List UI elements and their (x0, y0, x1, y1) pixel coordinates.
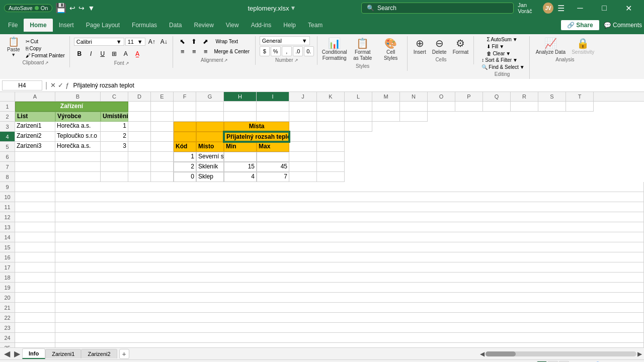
sheet-tab-zarizeni1[interactable]: Zarizeni1 (45, 349, 81, 358)
row-24[interactable]: 24 (0, 333, 15, 343)
clipboard-expand-icon[interactable]: ↗ (45, 60, 49, 65)
cell-k6[interactable] (317, 152, 345, 162)
row-6[interactable]: 6 (0, 152, 15, 162)
fill-button[interactable]: ⬇ Fill ▼ (485, 43, 519, 50)
col-header-c[interactable]: C (101, 92, 128, 101)
undo-icon[interactable]: ↩ (69, 4, 75, 12)
cell-g6[interactable]: Severní stěna domu (196, 152, 224, 162)
cell-i8[interactable]: 7 (257, 172, 289, 182)
currency-button[interactable]: $ (260, 46, 270, 56)
cancel-formula-icon[interactable]: ✕ (50, 81, 56, 89)
cell-j4[interactable] (289, 132, 317, 142)
merge-center-button[interactable]: Merge & Center (212, 46, 252, 56)
cell-styles-button[interactable]: 🎨 Cell Styles (378, 36, 404, 62)
col-header-s[interactable]: S (538, 92, 566, 101)
cell-n2[interactable] (400, 112, 428, 122)
row-23[interactable]: 23 (0, 323, 15, 333)
cell-p1[interactable] (455, 102, 483, 112)
user-avatar[interactable]: JV (543, 3, 553, 14)
cell-a8[interactable] (15, 172, 55, 182)
cell-r1[interactable] (511, 102, 538, 112)
cell-f8[interactable]: 0 (174, 172, 196, 182)
cell-f4[interactable] (174, 132, 196, 142)
cell-c2[interactable]: Umístění (101, 112, 128, 122)
sheet-tab-zarizeni2[interactable]: Zarizeni2 (81, 349, 117, 358)
format-button[interactable]: ⚙ Format (451, 36, 471, 56)
cell-d8[interactable] (128, 172, 151, 182)
cell-c5[interactable]: 3 (101, 142, 128, 152)
increase-decimal-button[interactable]: .0 (293, 46, 303, 56)
ribbon-toggle-icon[interactable]: ☰ (557, 4, 565, 13)
row-8[interactable]: 8 (0, 172, 15, 182)
formula-input[interactable] (71, 81, 642, 90)
cell-n1[interactable] (400, 102, 428, 112)
cell-c6[interactable] (101, 152, 128, 162)
cell-b5[interactable]: Horečka a.s. (55, 142, 101, 152)
cell-s1[interactable] (538, 102, 566, 112)
row-20[interactable]: 20 (0, 293, 15, 303)
scroll-tabs-right-icon[interactable]: ▶ (12, 349, 22, 358)
font-color-button[interactable]: A̲ (132, 48, 143, 59)
number-format-selector[interactable]: General▼ (260, 36, 310, 45)
row-18[interactable]: 18 (0, 273, 15, 283)
cell-j6[interactable] (289, 152, 317, 162)
cell-k4[interactable] (317, 132, 345, 142)
autosum-button[interactable]: Σ AutoSum ▼ (485, 36, 519, 43)
cell-d7[interactable] (128, 162, 151, 172)
cell-e8[interactable] (151, 172, 174, 182)
format-painter-button[interactable]: 🖌 Format Painter (24, 52, 66, 59)
cell-q1[interactable] (483, 102, 511, 112)
insert-function-icon[interactable]: ƒ (65, 81, 69, 89)
col-header-o[interactable]: O (428, 92, 455, 101)
row-25[interactable]: 25 (0, 343, 15, 347)
cell-k7[interactable] (317, 162, 345, 172)
paste-button[interactable]: 📋 Paste ▼ (5, 36, 22, 58)
sensitivity-button[interactable]: 🔒 Sensitivity (570, 36, 596, 56)
cell-e3[interactable] (151, 122, 174, 132)
tab-view[interactable]: View (220, 19, 245, 32)
col-header-p[interactable]: P (455, 92, 483, 101)
cell-a5[interactable]: Zarizeni3 (15, 142, 55, 152)
cell-d6[interactable] (128, 152, 151, 162)
col-header-e[interactable]: E (151, 92, 174, 101)
col-header-i[interactable]: I (257, 92, 289, 101)
delete-button[interactable]: ⊖ Delete (430, 36, 449, 56)
row-7[interactable]: 7 (0, 162, 15, 172)
customize-icon[interactable]: ▼ (88, 4, 95, 12)
cell-a1[interactable]: Zařízení (15, 102, 128, 112)
cell-h3[interactable]: Místa (224, 122, 289, 132)
tab-help[interactable]: Help (277, 19, 302, 32)
insert-button[interactable]: ⊕ Insert (412, 36, 428, 56)
row-17[interactable]: 17 (0, 262, 15, 273)
cell-f1[interactable] (174, 102, 196, 112)
tab-insert[interactable]: Insert (53, 19, 80, 32)
bold-button[interactable]: B (74, 48, 85, 59)
cell-b2[interactable]: Výrobce (55, 112, 101, 122)
cell-d4[interactable] (128, 132, 151, 142)
cell-j8[interactable] (289, 172, 317, 182)
row-19[interactable]: 19 (0, 283, 15, 293)
autosave-badge[interactable]: AutoSave On (4, 4, 52, 12)
cell-k1[interactable] (317, 102, 345, 112)
font-size-selector[interactable]: 11▼ (125, 38, 145, 46)
cell-l3[interactable] (345, 122, 372, 132)
cell-j1[interactable] (289, 102, 317, 112)
cell-e5[interactable] (151, 142, 174, 152)
decrease-decimal-button[interactable]: 0. (304, 46, 314, 56)
font-decrease-button[interactable]: A↓ (158, 36, 170, 47)
cell-e6[interactable] (151, 152, 174, 162)
cell-a6[interactable] (15, 152, 55, 162)
font-name-selector[interactable]: Calibri▼ (74, 38, 124, 46)
cell-b7[interactable] (55, 162, 101, 172)
cell-l2[interactable] (345, 112, 372, 122)
horizontal-scrollbar[interactable] (486, 351, 636, 356)
wrap-text-button[interactable]: Wrap Text (212, 36, 242, 46)
italic-button[interactable]: I (86, 48, 97, 59)
cell-f7[interactable]: 2 (174, 162, 196, 172)
cell-g7[interactable]: Skleník (196, 162, 224, 172)
row-11[interactable]: 11 (0, 202, 15, 212)
tab-addins[interactable]: Add-ins (245, 19, 278, 32)
cell-g8[interactable]: Sklep (196, 172, 224, 182)
cell-g4[interactable] (196, 132, 224, 142)
sort-filter-button[interactable]: ↕ Sort & Filter ▼ (480, 57, 526, 63)
